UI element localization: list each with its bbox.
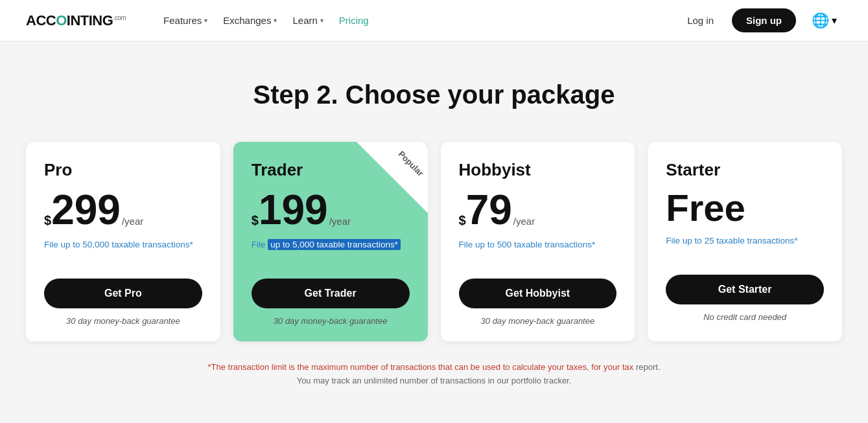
price-row-hobbyist: $ 79 /year bbox=[459, 189, 617, 231]
plan-name-pro: Pro bbox=[44, 160, 202, 180]
nav-right: Log in Sign up 🌐 ▾ bbox=[679, 8, 842, 33]
transactions-highlighted: up to 5,000 taxable transactions* bbox=[268, 239, 401, 250]
price-period-hobbyist: /year bbox=[513, 216, 535, 227]
nav-learn[interactable]: Learn ▾ bbox=[286, 10, 329, 31]
transactions-pro: File up to 50,000 taxable transactions* bbox=[44, 240, 202, 263]
footnote-star: *The transaction limit is the maximum nu… bbox=[207, 362, 633, 372]
plan-card-hobbyist: Hobbyist $ 79 /year File up to 500 taxab… bbox=[441, 142, 635, 341]
price-free-starter: Free bbox=[666, 189, 745, 227]
chevron-down-icon: ▾ bbox=[832, 14, 837, 27]
plan-name-trader: Trader bbox=[252, 160, 410, 180]
plan-name-starter: Starter bbox=[666, 160, 824, 180]
footnote: *The transaction limit is the maximum nu… bbox=[207, 361, 661, 388]
price-row-trader: $ 199 /year bbox=[252, 189, 410, 231]
plan-card-starter: Starter Free File up to 25 taxable trans… bbox=[648, 142, 842, 341]
guarantee-pro: 30 day money-back guarantee bbox=[44, 316, 202, 326]
price-row-pro: $ 299 /year bbox=[44, 189, 202, 231]
language-selector[interactable]: 🌐 ▾ bbox=[806, 8, 842, 33]
globe-icon: 🌐 bbox=[812, 12, 829, 29]
navbar: ACCOINTING.com Features ▾ Exchanges ▾ Le… bbox=[0, 0, 868, 41]
nav-exchanges[interactable]: Exchanges ▾ bbox=[217, 10, 283, 31]
logo[interactable]: ACCOINTING.com bbox=[26, 12, 126, 29]
page-title: Step 2. Choose your package bbox=[253, 80, 615, 109]
price-amount-pro: 299 bbox=[51, 189, 121, 231]
cta-button-hobbyist[interactable]: Get Hobbyist bbox=[459, 279, 617, 308]
plan-card-trader: Popular Trader $ 199 /year File up to 5,… bbox=[233, 142, 428, 341]
price-period-pro: /year bbox=[122, 216, 143, 227]
guarantee-trader: 30 day money-back guarantee bbox=[252, 316, 410, 326]
login-button[interactable]: Log in bbox=[679, 10, 721, 31]
price-dollar-pro: $ bbox=[44, 210, 51, 231]
signup-button[interactable]: Sign up bbox=[732, 8, 796, 32]
transactions-hobbyist: File up to 500 taxable transactions* bbox=[459, 240, 617, 263]
chevron-down-icon: ▾ bbox=[274, 17, 277, 24]
price-row-starter: Free bbox=[666, 189, 824, 227]
guarantee-starter: No credit card needed bbox=[666, 312, 824, 322]
nav-pricing[interactable]: Pricing bbox=[333, 10, 375, 31]
cta-button-starter[interactable]: Get Starter bbox=[666, 275, 824, 304]
transactions-starter: File up to 25 taxable transactions* bbox=[666, 236, 824, 259]
nav-links: Features ▾ Exchanges ▾ Learn ▾ Pricing bbox=[157, 10, 659, 31]
logo-text: ACCOINTING.com bbox=[26, 12, 126, 29]
chevron-down-icon: ▾ bbox=[320, 17, 323, 24]
pricing-grid: Pro $ 299 /year File up to 50,000 taxabl… bbox=[26, 142, 842, 341]
cta-button-trader[interactable]: Get Trader bbox=[252, 279, 410, 308]
transactions-trader: File up to 5,000 taxable transactions* bbox=[252, 240, 410, 263]
nav-features[interactable]: Features ▾ bbox=[157, 10, 214, 31]
price-amount-hobbyist: 79 bbox=[466, 189, 512, 231]
main-content: Step 2. Choose your package Pro $ 299 /y… bbox=[0, 41, 868, 414]
plan-card-pro: Pro $ 299 /year File up to 50,000 taxabl… bbox=[26, 142, 220, 341]
cta-button-pro[interactable]: Get Pro bbox=[44, 279, 202, 308]
price-period-trader: /year bbox=[329, 216, 351, 227]
plan-name-hobbyist: Hobbyist bbox=[459, 160, 617, 180]
price-amount-trader: 199 bbox=[259, 189, 328, 231]
guarantee-hobbyist: 30 day money-back guarantee bbox=[459, 316, 617, 326]
chevron-down-icon: ▾ bbox=[204, 17, 207, 24]
price-dollar-trader: $ bbox=[252, 210, 259, 231]
price-dollar-hobbyist: $ bbox=[459, 210, 466, 231]
